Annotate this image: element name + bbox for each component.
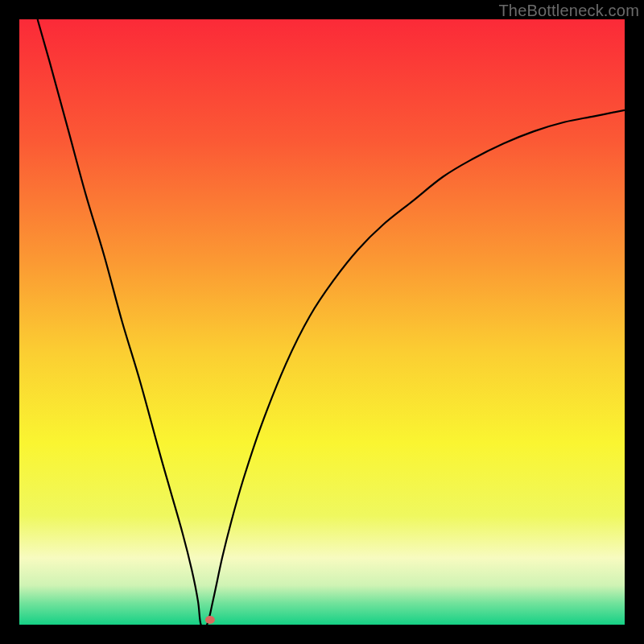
watermark-text: TheBottleneck.com <box>498 2 639 20</box>
chart-frame <box>19 19 625 625</box>
chart-background <box>19 19 625 625</box>
chart-svg <box>19 19 625 625</box>
chart-marker <box>205 616 215 624</box>
